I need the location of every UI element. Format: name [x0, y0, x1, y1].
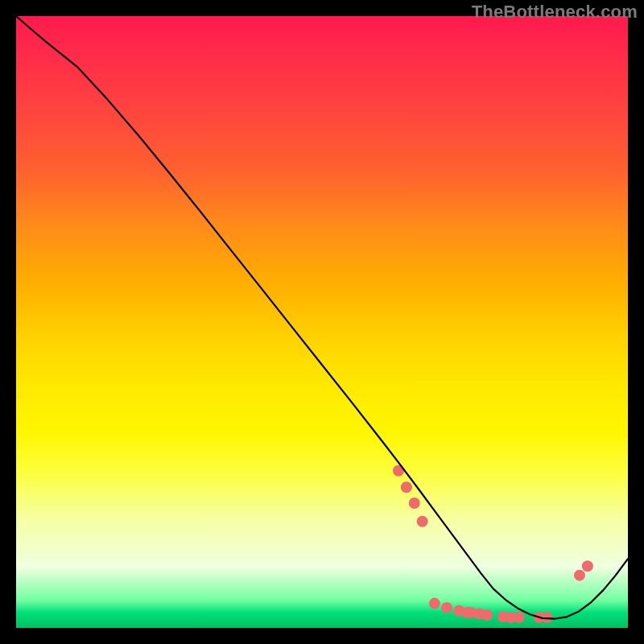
curve-line: [16, 16, 628, 619]
marker-dot: [409, 497, 420, 509]
marker-dot: [481, 609, 493, 621]
marker-dot: [401, 481, 412, 493]
plot-area: [16, 16, 628, 628]
marker-dot: [441, 602, 452, 613]
marker-dot: [514, 612, 525, 623]
marker-dot: [574, 570, 585, 581]
chart-svg: [16, 16, 628, 628]
chart-stage: TheBottleneck.com: [0, 0, 644, 644]
marker-dot: [417, 516, 428, 527]
marker-dot: [582, 560, 593, 572]
marker-dot: [429, 598, 440, 609]
watermark-text: TheBottleneck.com: [472, 2, 638, 23]
marker-layer: [393, 465, 593, 623]
